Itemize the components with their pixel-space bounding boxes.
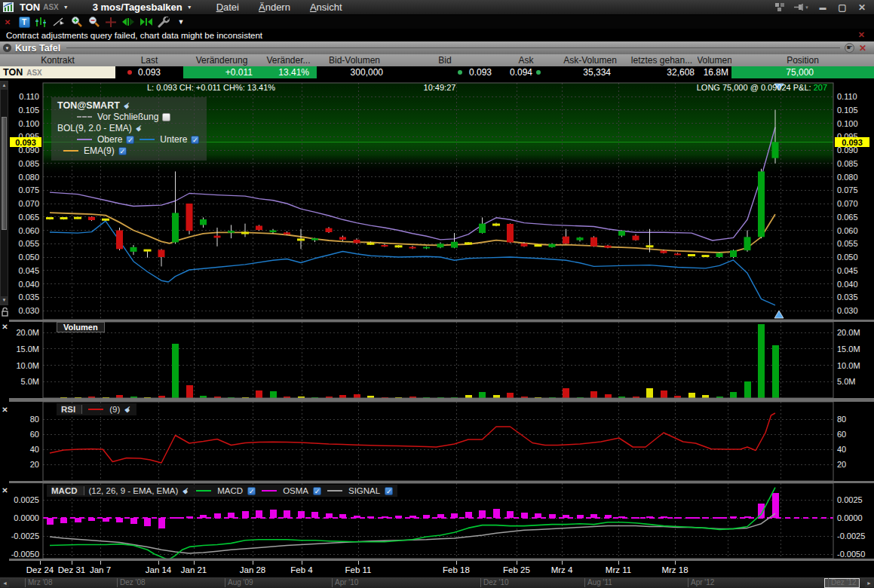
ask-volume-value: 35,334 <box>583 67 611 78</box>
close-button[interactable] <box>856 2 868 13</box>
position-cell: 75,000 <box>731 66 874 78</box>
col-position: Position <box>731 54 874 66</box>
svg-text:Dez 31: Dez 31 <box>58 565 85 574</box>
crosshair-icon[interactable] <box>105 16 117 28</box>
menu-item[interactable]: Ändern <box>259 2 290 13</box>
svg-text:80: 80 <box>30 415 39 424</box>
minimize-button[interactable] <box>817 2 829 13</box>
quote-table-header: Kontrakt Last Veränderung Veränder... Bi… <box>0 54 874 66</box>
compress-horizontal-icon[interactable] <box>140 16 153 28</box>
ema-checkbox[interactable] <box>118 147 127 155</box>
chart-legend: TON@SMART Vor Schließung BOL(9, 2.0 - EM… <box>51 97 207 161</box>
drag-hand-icon[interactable] <box>122 403 134 415</box>
timeline-left-arrow[interactable] <box>1 579 9 587</box>
timeline-scrollbar[interactable]: Mrz '08Dez '08Aug '09Apr '10Dez '10Aug '… <box>0 577 874 588</box>
drag-handle-icon[interactable] <box>845 43 854 53</box>
timeline-right-arrow[interactable] <box>865 579 873 587</box>
toolbar-close-icon[interactable] <box>2 16 14 28</box>
preclose-line-sample <box>77 116 92 118</box>
text-annotation-icon[interactable]: T <box>19 17 30 28</box>
preclose-checkbox[interactable] <box>162 113 170 121</box>
position-text: LONG 75,000 @ 0.09024 <box>697 83 791 92</box>
timeline-label: Dez '10 <box>480 578 509 587</box>
drag-hand-icon[interactable] <box>121 100 133 112</box>
svg-text:0.045: 0.045 <box>18 266 39 275</box>
scrollbar-thumb[interactable] <box>2 117 7 230</box>
upper-band-checkbox[interactable] <box>126 136 134 144</box>
drag-hand-icon[interactable] <box>180 485 192 497</box>
svg-text:40: 40 <box>837 445 846 454</box>
zoom-in-icon[interactable] <box>70 16 83 28</box>
rsi-legend: RSI (9) <box>57 403 136 415</box>
menu-item[interactable]: Ansicht <box>310 2 342 13</box>
timeline-label: Dez '12 <box>828 578 857 587</box>
macd-title: MACD <box>51 486 84 495</box>
tick-down-dot <box>127 70 132 75</box>
warning-close-icon[interactable] <box>858 30 865 40</box>
svg-text:0.035: 0.035 <box>837 292 858 302</box>
lower-band-checkbox[interactable] <box>191 136 199 144</box>
svg-text:0.075: 0.075 <box>18 185 39 194</box>
drag-hand-icon[interactable] <box>133 122 146 134</box>
lower-band-sample <box>140 139 155 140</box>
macd-panel-close-icon[interactable] <box>1 486 9 495</box>
timeframe-dropdown[interactable]: 3 mos/Tagesbalken <box>85 0 200 15</box>
kurs-tafel-close-icon[interactable] <box>859 43 866 54</box>
timeframe-label: 3 mos/Tagesbalken <box>93 2 182 13</box>
zoom-out-icon[interactable] <box>87 16 100 28</box>
settings-wrench-icon[interactable] <box>158 16 170 28</box>
col-letztes-gehandelt: letztes gehan... <box>626 54 698 66</box>
rsi-panel-close-icon[interactable] <box>1 406 9 414</box>
scroll-up-icon[interactable] <box>1 81 8 90</box>
last-value: 0.093 <box>138 67 161 78</box>
lock-icon[interactable] <box>1 307 9 317</box>
timeline-label: Mrz '08 <box>25 578 52 587</box>
price-scrollbar[interactable] <box>0 81 8 305</box>
rsi-line-sample <box>88 409 103 410</box>
quote-table-row[interactable]: TON ASX 0.093 +0.011 13.41% 300,000 0.09… <box>0 66 874 78</box>
signal-series-label: SIGNAL <box>348 486 380 495</box>
timeline-label: Dez '08 <box>117 578 146 587</box>
svg-text:-0.0050: -0.0050 <box>11 550 39 559</box>
macd-params: (12, 26, 9 - EMA, EMA) <box>89 486 179 495</box>
rsi-params: (9) <box>109 405 120 414</box>
layout-blocks-icon[interactable] <box>774 2 786 12</box>
menu-item[interactable]: Datei <box>216 2 239 13</box>
timeline-label: Aug '11 <box>584 578 612 587</box>
collapse-icon[interactable] <box>3 44 11 52</box>
price-tag-right: 0.093 <box>835 137 869 147</box>
svg-text:0.0025: 0.0025 <box>837 495 863 504</box>
x-axis: Dez 24Dez 31Jan 7Jan 14Jan 21Jan 28Feb 4… <box>26 561 688 574</box>
signal-checkbox[interactable] <box>385 487 393 495</box>
scroll-down-icon[interactable] <box>1 296 8 305</box>
col-ask: Ask <box>498 54 554 66</box>
toolbar-more-dropdown[interactable] <box>175 16 187 28</box>
expand-horizontal-icon[interactable] <box>121 16 135 28</box>
col-kontrakt: Kontrakt <box>0 54 115 66</box>
chart-type-icon[interactable] <box>35 16 48 28</box>
timeline-label: Apr '10 <box>332 578 358 587</box>
macd-line-sample <box>196 490 211 492</box>
svg-text:0.110: 0.110 <box>837 92 857 101</box>
svg-text:Mrz 18: Mrz 18 <box>661 565 688 574</box>
chart-toolbar: T <box>0 15 874 29</box>
trendline-tool-icon[interactable] <box>53 16 66 28</box>
svg-text:0.050: 0.050 <box>837 253 858 262</box>
macd-checkbox[interactable] <box>247 487 256 495</box>
bollinger-label: BOL(9, 2.0 - EMA) <box>57 123 132 133</box>
pin-dropdown[interactable] <box>793 3 809 11</box>
row-exchange: ASX <box>26 69 42 77</box>
osma-checkbox[interactable] <box>313 487 321 495</box>
symbol-dropdown[interactable]: TON ASX <box>18 0 75 15</box>
ask-dot <box>536 70 541 75</box>
svg-text:0.110: 0.110 <box>19 92 39 101</box>
last-price-info: L: 0.093 CH: +0.011 CH%: 13.41% <box>147 83 275 92</box>
svg-text:10.0M: 10.0M <box>16 361 39 370</box>
volume-panel-close-icon[interactable] <box>1 323 9 331</box>
change-value: +0.011 <box>225 67 253 78</box>
contract-cell[interactable]: TON ASX <box>0 66 115 78</box>
svg-text:0.050: 0.050 <box>18 253 39 262</box>
signal-line-sample <box>327 490 342 492</box>
maximize-button[interactable] <box>836 2 848 13</box>
bid-dot <box>458 70 462 75</box>
